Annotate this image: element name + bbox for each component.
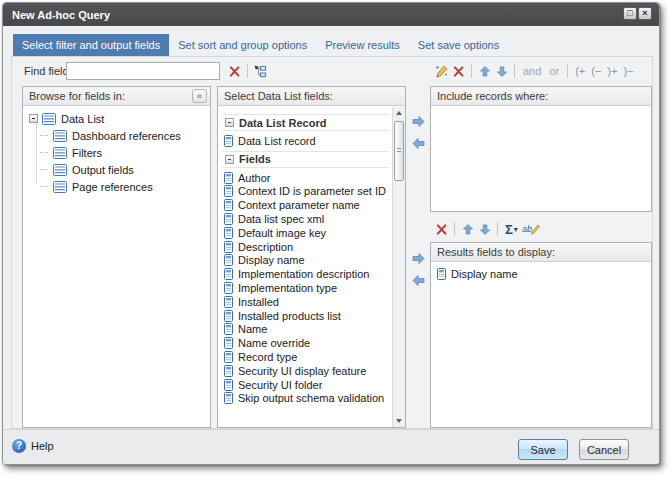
aggregate-button[interactable]: Σ ▾ xyxy=(502,222,521,237)
field-icon xyxy=(224,254,233,266)
move-condition-up-button[interactable] xyxy=(476,63,493,80)
field-list-item[interactable]: Description xyxy=(222,240,390,254)
edit-condition-button[interactable] xyxy=(433,63,450,80)
field-list-item[interactable]: Data List Record xyxy=(222,114,390,131)
restore-window-button[interactable]: □ xyxy=(623,7,637,20)
or-operator-button[interactable]: or xyxy=(545,65,563,77)
field-list-item[interactable]: Display name xyxy=(222,254,390,268)
remove-from-filter-button[interactable] xyxy=(411,137,426,150)
remove-close-paren-button[interactable]: )− xyxy=(620,65,636,77)
remove-open-paren-button[interactable]: (− xyxy=(588,65,604,77)
help-link[interactable]: ? Help xyxy=(12,439,54,453)
locate-in-tree-button[interactable] xyxy=(252,63,269,80)
field-list-item[interactable]: Skip output schema validation xyxy=(222,392,390,406)
delete-condition-button[interactable] xyxy=(450,63,467,80)
field-list-item[interactable]: Installed xyxy=(222,295,390,309)
red-x-icon xyxy=(453,66,464,77)
tab[interactable]: Set sort and group options xyxy=(169,34,316,56)
cancel-button[interactable]: Cancel xyxy=(579,439,629,460)
browse-panel: Browse for fields in: « Data List xyxy=(22,86,211,428)
sigma-icon: Σ xyxy=(505,222,513,237)
filter-conditions-body[interactable] xyxy=(431,107,651,211)
arrow-down-icon xyxy=(480,224,490,235)
tree-item-label: Filters xyxy=(67,147,102,159)
field-list-item[interactable]: Context parameter name xyxy=(222,198,390,212)
tab[interactable]: Preview results xyxy=(316,34,409,56)
collapse-node-icon[interactable] xyxy=(29,114,38,123)
filter-panel-header: Include records where: xyxy=(431,87,651,106)
tree-item[interactable]: Output fields xyxy=(27,161,208,178)
clear-find-button[interactable] xyxy=(226,63,243,80)
toolbar-separator xyxy=(247,64,248,78)
field-list-item[interactable]: Implementation description xyxy=(222,267,390,281)
field-list-item[interactable]: Security UI folder xyxy=(222,378,390,392)
toolbar-separator xyxy=(567,64,568,78)
collapse-panel-button[interactable]: « xyxy=(192,89,207,103)
collapse-group-icon[interactable] xyxy=(225,118,234,127)
add-close-paren-button[interactable]: )+ xyxy=(604,65,620,77)
field-icon xyxy=(224,337,233,349)
field-label: Security UI folder xyxy=(233,379,322,391)
field-icon xyxy=(224,135,233,147)
scroll-down-button[interactable] xyxy=(393,415,405,427)
scrollbar-thumb[interactable] xyxy=(394,121,404,181)
add-to-filter-button[interactable] xyxy=(411,115,426,128)
field-label: Installed xyxy=(233,296,279,308)
chevron-down-icon: ▾ xyxy=(514,225,518,234)
field-list-item[interactable]: Record type xyxy=(222,350,390,364)
move-result-down-button[interactable] xyxy=(476,221,493,238)
field-icon xyxy=(224,351,233,363)
vertical-scrollbar[interactable] xyxy=(392,107,405,427)
delete-result-field-button[interactable] xyxy=(433,221,450,238)
field-list-item[interactable]: Data List record xyxy=(222,134,390,148)
field-list-item[interactable]: Installed products list xyxy=(222,309,390,323)
dialog-title: New Ad-hoc Query xyxy=(3,9,110,21)
and-operator-button[interactable]: and xyxy=(519,65,545,77)
add-open-paren-button[interactable]: (+ xyxy=(572,65,588,77)
arrow-right-icon xyxy=(412,253,425,264)
wand-pencil-icon xyxy=(435,65,448,78)
tab[interactable]: Set save options xyxy=(409,34,508,56)
field-list-item[interactable]: Implementation type xyxy=(222,281,390,295)
tree-item[interactable]: Page references xyxy=(27,178,208,195)
save-button[interactable]: Save xyxy=(518,439,568,460)
field-list-item[interactable]: Fields xyxy=(222,151,390,168)
field-list-item[interactable]: Name xyxy=(222,323,390,337)
arrow-down-icon xyxy=(497,66,507,77)
field-icon xyxy=(224,241,233,253)
field-list-item[interactable]: Name override xyxy=(222,336,390,350)
move-result-up-button[interactable] xyxy=(459,221,476,238)
list-icon xyxy=(53,147,67,159)
field-icon xyxy=(224,379,233,391)
field-list-item[interactable]: Context ID is parameter set ID xyxy=(222,185,390,199)
field-list-item[interactable]: Security UI display feature xyxy=(222,364,390,378)
field-label: Data List record xyxy=(233,135,316,147)
restore-icon: □ xyxy=(627,8,632,18)
collapse-group-icon[interactable] xyxy=(225,155,234,164)
tab[interactable]: Select filter and output fields xyxy=(13,34,169,56)
tree-item[interactable]: Dashboard references xyxy=(27,127,208,144)
scroll-up-button[interactable] xyxy=(393,107,405,119)
field-list-item[interactable]: Data list spec xml xyxy=(222,212,390,226)
fields-list: Data List Record Data List record Fiel xyxy=(218,107,392,405)
browse-panel-header: Browse for fields in: « xyxy=(23,87,210,106)
find-field-input[interactable] xyxy=(66,62,220,80)
tree-item[interactable]: Filters xyxy=(27,144,208,161)
field-list-item[interactable]: Author xyxy=(222,171,390,185)
field-list-item[interactable]: Default image key xyxy=(222,226,390,240)
remove-from-results-button[interactable] xyxy=(411,274,426,287)
field-icon xyxy=(224,282,233,294)
field-label: Fields xyxy=(234,153,271,165)
field-label: Name override xyxy=(233,337,310,349)
field-icon xyxy=(224,296,233,308)
field-icon xyxy=(224,310,233,322)
close-window-button[interactable]: × xyxy=(638,7,652,20)
tree-item-root[interactable]: Data List xyxy=(27,110,208,127)
results-toolbar: Σ ▾ xyxy=(433,219,541,239)
result-list-item[interactable]: Display name xyxy=(435,267,649,281)
tab-label: Set save options xyxy=(418,39,499,51)
rename-field-button[interactable] xyxy=(521,221,541,238)
field-label: Implementation description xyxy=(233,268,369,280)
add-to-results-button[interactable] xyxy=(411,252,426,265)
move-condition-down-button[interactable] xyxy=(493,63,510,80)
